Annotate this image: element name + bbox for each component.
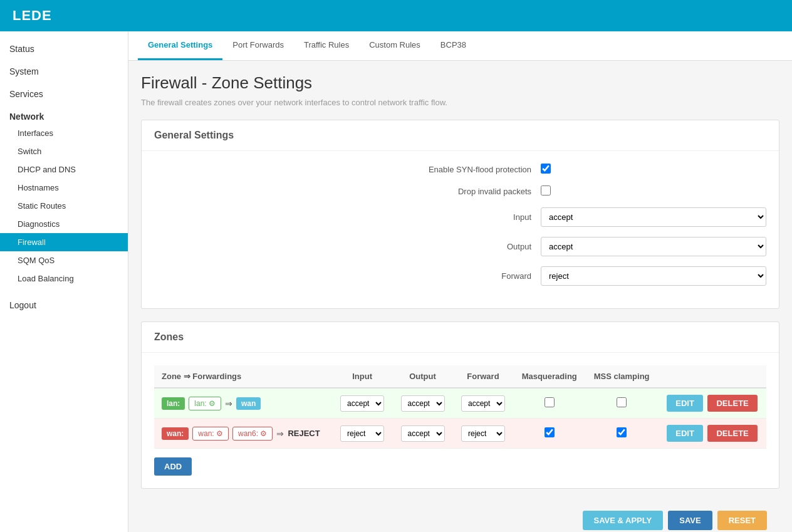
wan-edit-button[interactable]: EDIT [667,425,703,442]
tab-port-forwards[interactable]: Port Forwards [222,31,294,60]
input-wrap: accept reject drop [541,207,766,227]
lan-zone-info: lan: lan: ⚙ ⇒ wan [162,397,325,410]
lan-edit-button[interactable]: EDIT [667,395,703,412]
page-description: The firewall creates zones over your net… [141,98,779,107]
wan-target: REJECT [288,429,320,438]
wan-input-select[interactable]: accept reject drop [340,425,384,442]
wan-output-cell: accept reject drop [392,419,452,449]
zones-body: Zone ⇒ Forwardings Input Output Forward … [142,353,779,488]
syn-flood-checkbox[interactable] [541,164,551,174]
drop-invalid-wrap [541,185,766,197]
col-forward: Forward [453,365,513,388]
sidebar-network-label: Network [0,105,128,124]
content-area: Firewall - Zone Settings The firewall cr… [128,61,792,532]
lan-forward-select[interactable]: accept reject drop [461,395,505,412]
tab-bcp38[interactable]: BCP38 [430,31,476,60]
wan-arrow: ⇒ [276,429,284,439]
app-title: LEDE [13,8,52,23]
zones-card: Zones Zone ⇒ Forwardings Input Output Fo… [141,321,779,489]
forward-wrap: accept reject drop [541,266,766,286]
tab-bar: General Settings Port Forwards Traffic R… [128,31,792,61]
general-settings-header: General Settings [142,120,779,151]
wan-mss-checkbox[interactable] [617,427,627,437]
output-select[interactable]: accept reject drop [541,237,766,256]
forward-label: Forward [403,271,541,281]
syn-flood-wrap [541,164,766,175]
sidebar-item-status[interactable]: Status [0,38,128,60]
page-title: Firewall - Zone Settings [141,73,779,93]
main-content: General Settings Port Forwards Traffic R… [128,31,792,532]
footer-actions: SAVE & APPLY SAVE RESET [141,501,779,532]
sidebar-item-services[interactable]: Services [0,83,128,105]
output-label: Output [403,242,541,251]
syn-flood-row: Enable SYN-flood protection [154,164,766,175]
input-select[interactable]: accept reject drop [541,207,766,227]
zones-table-header-row: Zone ⇒ Forwardings Input Output Forward … [154,365,766,388]
forward-select[interactable]: accept reject drop [541,266,766,286]
sidebar-item-switch[interactable]: Switch [0,142,128,160]
sidebar-item-diagnostics[interactable]: Diagnostics [0,215,128,233]
sidebar-item-sqm-qos[interactable]: SQM QoS [0,251,128,269]
lan-output-select[interactable]: accept reject drop [401,395,445,412]
sidebar: Status System Services Network Interface… [0,31,128,532]
lan-target: wan [236,397,261,410]
reset-button[interactable]: RESET [717,511,767,530]
wan-actions-cell: EDIT DELETE [658,419,766,449]
sidebar-item-firewall[interactable]: Firewall [0,233,128,251]
wan-zone-info: wan: wan: ⚙ wan6: ⚙ ⇒ REJECT [162,427,325,441]
output-wrap: accept reject drop [541,237,766,256]
tab-general-settings[interactable]: General Settings [138,31,222,60]
add-zone-section: ADD [154,457,766,476]
wan-input-cell: accept reject drop [332,419,392,449]
sidebar-item-interfaces[interactable]: Interfaces [0,124,128,142]
col-actions [658,365,766,388]
general-settings-body: Enable SYN-flood protection Drop invalid… [142,151,779,308]
wan6-iface-tag: wan6: ⚙ [232,427,273,441]
general-settings-card: General Settings Enable SYN-flood protec… [141,120,779,309]
wan-output-select[interactable]: accept reject drop [401,425,445,442]
tab-traffic-rules[interactable]: Traffic Rules [294,31,359,60]
app-header: LEDE [0,0,792,31]
lan-output-cell: accept reject drop [392,388,452,419]
col-zone-forwardings: Zone ⇒ Forwardings [154,365,332,388]
lan-mss-checkbox[interactable] [617,397,627,407]
wan-iface-tag: wan: ⚙ [192,427,229,441]
col-masquerading: Masquerading [513,365,585,388]
input-label: Input [403,212,541,222]
wan-delete-button[interactable]: DELETE [707,425,757,442]
save-apply-button[interactable]: SAVE & APPLY [583,511,664,530]
lan-delete-button[interactable]: DELETE [707,395,757,412]
col-input: Input [332,365,392,388]
add-zone-button[interactable]: ADD [154,457,192,476]
forward-row: Forward accept reject drop [154,266,766,286]
lan-zone-cell: lan: lan: ⚙ ⇒ wan [154,388,332,419]
logout-link[interactable]: Logout [0,294,128,316]
wan-zone-label: wan: [162,427,189,440]
lan-mss-cell [585,388,658,419]
wan-mss-cell [585,419,658,449]
save-button[interactable]: SAVE [668,511,712,530]
table-row: wan: wan: ⚙ wan6: ⚙ ⇒ REJECT [154,419,766,449]
wan-forward-select[interactable]: accept reject drop [461,425,505,442]
wan-masquerading-checkbox[interactable] [544,427,555,437]
lan-actions-cell: EDIT DELETE [658,388,766,419]
drop-invalid-label: Drop invalid packets [403,187,541,196]
zones-header: Zones [142,322,779,353]
sidebar-item-static-routes[interactable]: Static Routes [0,197,128,215]
sidebar-item-load-balancing[interactable]: Load Balancing [0,269,128,288]
sidebar-item-hostnames[interactable]: Hostnames [0,179,128,197]
lan-arrow: ⇒ [225,399,232,409]
lan-masquerading-cell [513,388,585,419]
tab-custom-rules[interactable]: Custom Rules [359,31,430,60]
sidebar-item-system[interactable]: System [0,60,128,83]
lan-masquerading-checkbox[interactable] [544,397,555,407]
output-row: Output accept reject drop [154,237,766,256]
lan-forward-cell: accept reject drop [453,388,513,419]
drop-invalid-checkbox[interactable] [541,185,551,196]
wan-forward-cell: accept reject drop [453,419,513,449]
sidebar-item-dhcp-dns[interactable]: DHCP and DNS [0,160,128,179]
lan-input-select[interactable]: accept reject drop [340,395,384,412]
drop-invalid-row: Drop invalid packets [154,185,766,197]
lan-zone-label: lan: [162,397,185,410]
syn-flood-label: Enable SYN-flood protection [403,165,541,174]
